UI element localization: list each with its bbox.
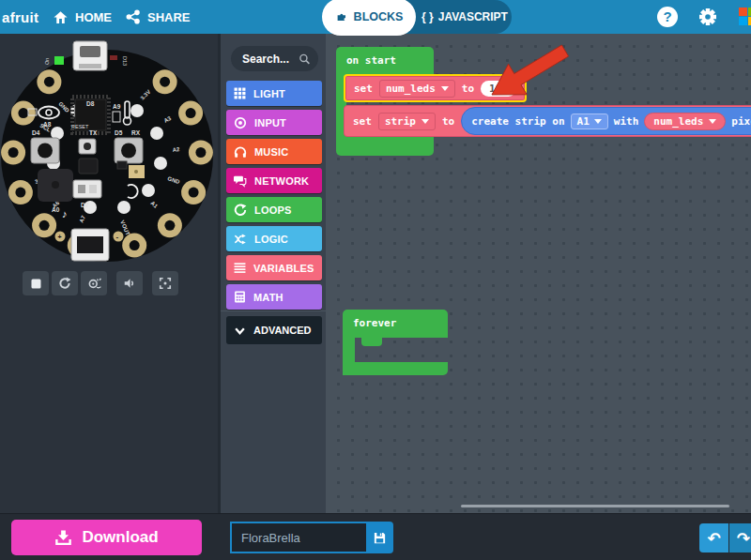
filename-group (230, 522, 393, 553)
adafruit-logo[interactable]: afruit (2, 0, 38, 34)
undo-button[interactable]: ↶ (699, 523, 728, 552)
toolbox: LIGHT INPUT MUSIC NETWORK (218, 34, 326, 513)
set-keyword: set (353, 115, 372, 128)
dropdown-caret-icon (709, 119, 716, 124)
help-icon[interactable]: ? (657, 7, 678, 27)
horizontal-scrollbar[interactable] (461, 505, 729, 507)
restart-button[interactable] (52, 271, 78, 295)
home-button[interactable]: HOME (53, 0, 112, 34)
advanced-label: ADVANCED (253, 325, 312, 336)
slow-mo-button[interactable] (81, 271, 107, 295)
category-network[interactable]: NETWORK (226, 168, 322, 193)
forever-label: forever (353, 317, 396, 329)
reset-label: RESET (71, 124, 89, 129)
button-a[interactable] (31, 138, 59, 163)
dropdown-caret-icon (594, 119, 602, 124)
block-on-start-bottom[interactable] (336, 137, 434, 156)
category-variables[interactable]: VARIABLES (226, 255, 322, 280)
category-advanced[interactable]: ADVANCED (226, 316, 322, 344)
minus-label: - (116, 233, 119, 241)
tx-label: TX (89, 129, 98, 136)
block-set-strip[interactable]: set strip to create strip on A1 with num… (344, 105, 751, 137)
simulator-panel: GND SCL SDA 3.3V A6 A7 3.3V A3 A2 GND A1… (0, 34, 218, 513)
d7-label: D7 (81, 202, 89, 208)
download-icon (54, 529, 72, 547)
volume-icon (123, 277, 136, 290)
home-label: HOME (75, 10, 112, 24)
power-led (54, 56, 64, 65)
category-label: MUSIC (254, 146, 288, 158)
stop-button[interactable] (23, 271, 49, 295)
home-icon (53, 9, 69, 25)
grid-icon (234, 87, 246, 99)
category-label: LIGHT (253, 88, 285, 99)
block-forever-top[interactable]: forever (343, 310, 448, 338)
settings-button[interactable] (697, 6, 719, 28)
category-label: INPUT (254, 117, 286, 129)
category-label: NETWORK (254, 175, 309, 187)
chat-bubbles-icon (234, 174, 247, 188)
slide-switch[interactable] (73, 180, 101, 198)
to-keyword: to (442, 115, 454, 128)
toolbox-divider (221, 310, 329, 311)
share-button[interactable]: SHARE (126, 0, 191, 34)
category-loops[interactable]: LOOPS (226, 197, 322, 222)
puzzle-icon (335, 10, 348, 23)
save-button[interactable] (366, 522, 393, 553)
editor-tab-group: BLOCKS { } JAVASCRIPT (324, 0, 512, 34)
button-b[interactable] (115, 138, 143, 163)
category-input[interactable]: INPUT (226, 110, 322, 135)
search-input[interactable] (242, 53, 299, 66)
category-logic[interactable]: LOGIC (226, 226, 322, 251)
accelerometer (79, 159, 98, 174)
share-icon (126, 9, 141, 24)
download-button[interactable]: Download (11, 520, 202, 555)
num-leds-dropdown[interactable]: num_leds (379, 80, 455, 98)
category-music[interactable]: MUSIC (226, 139, 322, 164)
ms-square-red (739, 8, 747, 16)
pad-label: A2 (172, 146, 180, 153)
category-label: LOOPS (254, 204, 292, 216)
category-math[interactable]: MATH (226, 284, 322, 310)
undo-icon: ↶ (707, 529, 720, 548)
target-icon (234, 116, 247, 129)
pixels-keyword: pixels (731, 115, 751, 128)
redo-button[interactable]: ↷ (729, 523, 751, 552)
fullscreen-icon (159, 277, 172, 290)
toolbox-search[interactable] (231, 46, 318, 71)
headphones-icon (234, 145, 247, 159)
tab-blocks[interactable]: BLOCKS (324, 0, 414, 34)
tab-javascript[interactable]: { } JAVASCRIPT (418, 0, 512, 34)
pin-dropdown[interactable]: A1 (571, 114, 608, 129)
redo-icon: ↷ (737, 529, 750, 548)
d8-label: D8 (86, 100, 95, 107)
blocks-workspace[interactable]: on start set num_leds to 160 set strip t… (326, 34, 751, 513)
plus-label: + (58, 234, 62, 240)
calculator-icon (234, 291, 246, 303)
block-on-start-top[interactable]: on start (336, 47, 434, 75)
reset-button[interactable] (79, 139, 96, 154)
with-keyword: with (614, 115, 639, 128)
dropdown-caret-icon (421, 119, 429, 124)
footer-bar: Download ↶ ↷ (0, 513, 751, 560)
tab-blocks-label: BLOCKS (354, 10, 404, 23)
block-forever-bottom[interactable] (343, 362, 448, 375)
block-create-strip[interactable]: create strip on A1 with num_leds pixels (461, 107, 751, 135)
filename-input[interactable] (230, 522, 366, 553)
strip-dropdown[interactable]: strip (378, 113, 436, 130)
value-160[interactable]: 160 (481, 81, 516, 97)
category-light[interactable]: LIGHT (226, 81, 322, 106)
block-set-num-leds[interactable]: set num_leds to 160 (344, 74, 527, 102)
category-label: MATH (253, 292, 284, 303)
save-icon (373, 531, 387, 545)
create-strip-label: create strip on (471, 115, 564, 128)
num-leds-pill[interactable]: num_leds (644, 113, 726, 130)
on-label: On (44, 58, 50, 65)
simulator-controls (23, 271, 181, 295)
fullscreen-button[interactable] (152, 271, 178, 295)
download-label: Download (82, 528, 158, 547)
on-start-label: on start (346, 54, 396, 67)
simulator-board[interactable]: GND SCL SDA 3.3V A6 A7 3.3V A3 A2 GND A1… (0, 34, 218, 268)
mute-button[interactable] (116, 271, 143, 295)
list-lines-icon (234, 262, 246, 274)
